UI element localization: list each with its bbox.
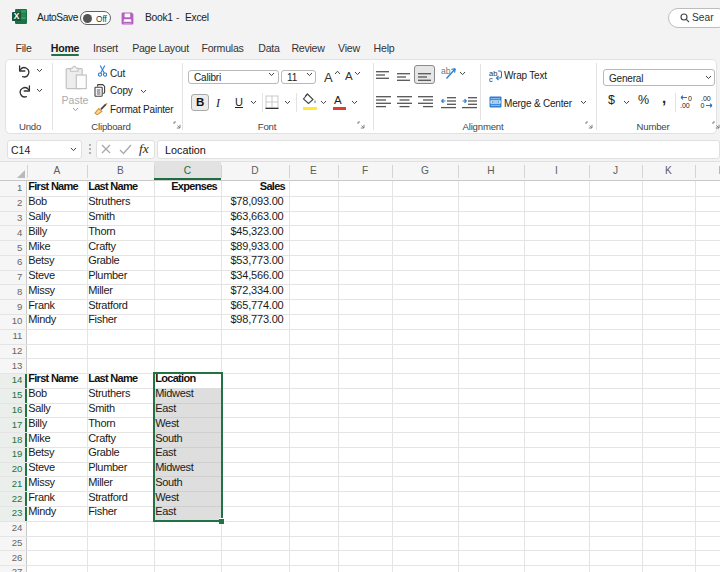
svg-text:.00: .00	[701, 95, 711, 102]
svg-text:0: 0	[688, 95, 692, 102]
svg-text:X: X	[14, 11, 20, 21]
svg-text:0: 0	[701, 102, 705, 109]
svg-text:c: c	[489, 75, 493, 82]
svg-text:.00: .00	[680, 102, 690, 109]
